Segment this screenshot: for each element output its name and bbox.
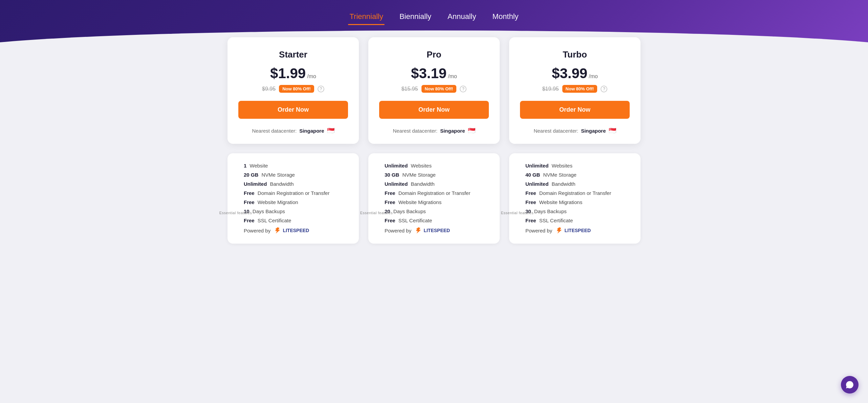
list-item: 30 GB NVMe Storage [385,172,490,178]
features-label-turbo: Essential features [501,211,534,215]
list-item: Free Domain Registration or Transfer [244,190,349,196]
list-item: Unlimited Websites [385,163,490,169]
tab-biennially[interactable]: Biennially [398,9,433,24]
list-item: Unlimited Bandwidth [385,181,490,187]
flag-pro: 🇸🇬 [468,127,475,134]
list-item: Powered by LITESPEED [244,227,349,234]
tab-triennially[interactable]: Triennially [348,9,384,24]
price-meta-pro: $15.95 Now 80% Off! ? [379,85,489,93]
svg-marker-0 [275,227,280,233]
price-row-pro: $3.19 /mo [379,65,489,82]
price-period-turbo: /mo [589,73,598,80]
datacenter-pro: Nearest datacenter: Singapore 🇸🇬 [379,127,489,134]
order-btn-starter[interactable]: Order Now [238,101,348,119]
list-item: Free Domain Registration or Transfer [525,190,631,196]
plan-card-starter: Starter $1.99 /mo $9.95 Now 80% Off! ? O… [227,37,359,144]
list-item: Free Website Migrations [385,199,490,205]
discount-badge-pro: Now 80% Off! [421,85,457,93]
plan-name-pro: Pro [379,49,489,60]
help-icon-pro[interactable]: ? [460,86,466,92]
original-price-pro: $15.95 [402,86,418,92]
plan-card-pro: Pro $3.19 /mo $15.95 Now 80% Off! ? Orde… [368,37,500,144]
flag-starter: 🇸🇬 [327,127,334,134]
features-list-pro: Unlimited Websites 30 GB NVMe Storage Un… [385,163,490,234]
price-meta-starter: $9.95 Now 80% Off! ? [238,85,348,93]
price-period-pro: /mo [448,73,457,80]
svg-marker-1 [416,227,421,233]
features-section: Essential features 1 Website 20 GB NVMe … [227,153,641,244]
original-price-turbo: $19.95 [542,86,559,92]
list-item: Free SSL Certificate [244,218,349,223]
price-row-starter: $1.99 /mo [238,65,348,82]
list-item: Unlimited Bandwidth [525,181,631,187]
price-row-turbo: $3.99 /mo [520,65,630,82]
tab-annually[interactable]: Annually [446,9,477,24]
list-item: 30 Days Backups [525,208,631,214]
plan-name-turbo: Turbo [520,49,630,60]
datacenter-turbo: Nearest datacenter: Singapore 🇸🇬 [520,127,630,134]
list-item: Unlimited Websites [525,163,631,169]
help-icon-starter[interactable]: ? [318,86,324,92]
price-meta-turbo: $19.95 Now 80% Off! ? [520,85,630,93]
order-btn-pro[interactable]: Order Now [379,101,489,119]
datacenter-starter: Nearest datacenter: Singapore 🇸🇬 [238,127,348,134]
list-item: Unlimited Bandwidth [244,181,349,187]
help-icon-turbo[interactable]: ? [601,86,607,92]
list-item: Free Website Migration [244,199,349,205]
main-content: Starter $1.99 /mo $9.95 Now 80% Off! ? O… [214,37,654,257]
list-item: Free SSL Certificate [385,218,490,223]
chat-bubble[interactable] [841,376,859,394]
price-amount-starter: $1.99 [270,65,306,82]
price-amount-pro: $3.19 [411,65,447,82]
litespeed-logo: LITESPEED [556,227,591,234]
litespeed-logo: LITESPEED [415,227,450,234]
list-item: 40 GB NVMe Storage [525,172,631,178]
billing-tabs: Triennially Biennially Annually Monthly [0,9,868,24]
list-item: Free Website Migrations [525,199,631,205]
original-price-starter: $9.95 [262,86,276,92]
features-label-pro: Essential features [360,211,393,215]
features-card-starter: Essential features 1 Website 20 GB NVMe … [227,153,359,244]
list-item: 20 GB NVMe Storage [244,172,349,178]
features-label-starter: Essential features [219,211,252,215]
chat-icon [845,380,854,389]
list-item: Powered by LITESPEED [525,227,631,234]
list-item: 1 Website [244,163,349,169]
list-item: Powered by LITESPEED [385,227,490,234]
order-btn-turbo[interactable]: Order Now [520,101,630,119]
features-list-starter: 1 Website 20 GB NVMe Storage Unlimited B… [244,163,349,234]
litespeed-logo: LITESPEED [274,227,309,234]
features-card-pro: Essential features Unlimited Websites 30… [368,153,500,244]
discount-badge-starter: Now 80% Off! [279,85,314,93]
list-item: 20 Days Backups [385,208,490,214]
plan-card-turbo: Turbo $3.99 /mo $19.95 Now 80% Off! ? Or… [509,37,641,144]
list-item: Free SSL Certificate [525,218,631,223]
pricing-cards: Starter $1.99 /mo $9.95 Now 80% Off! ? O… [227,37,641,144]
svg-marker-2 [557,227,562,233]
list-item: Free Domain Registration or Transfer [385,190,490,196]
features-card-turbo: Essential features Unlimited Websites 40… [509,153,641,244]
features-list-turbo: Unlimited Websites 40 GB NVMe Storage Un… [525,163,631,234]
flag-turbo: 🇸🇬 [609,127,616,134]
list-item: 10 Days Backups [244,208,349,214]
price-amount-turbo: $3.99 [552,65,587,82]
discount-badge-turbo: Now 80% Off! [562,85,598,93]
tab-monthly[interactable]: Monthly [491,9,520,24]
plan-name-starter: Starter [238,49,348,60]
price-period-starter: /mo [307,73,316,80]
